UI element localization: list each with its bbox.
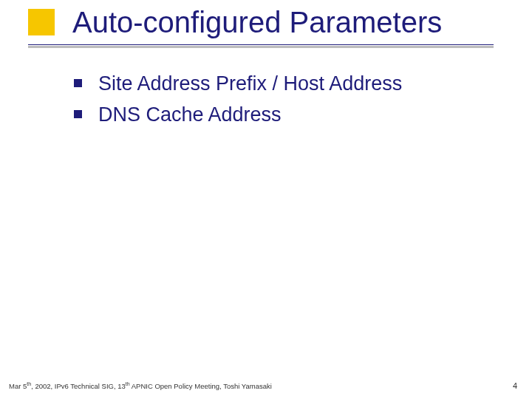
footer-mid: , 2002, IPv6 Technical SIG, 13	[31, 382, 126, 390]
list-item: DNS Cache Address	[74, 101, 488, 128]
square-bullet-icon	[74, 110, 82, 118]
bullet-text: DNS Cache Address	[98, 101, 282, 128]
bullet-list: Site Address Prefix / Host Address DNS C…	[74, 70, 488, 133]
slide-number: 4	[513, 381, 517, 390]
bullet-text: Site Address Prefix / Host Address	[98, 70, 402, 97]
footer-text: Mar 5th, 2002, IPv6 Technical SIG, 13th …	[9, 382, 272, 390]
accent-square	[28, 9, 55, 35]
footer-post: APNIC Open Policy Meeting, Toshi Yamasak…	[130, 382, 272, 390]
slide-title: Auto-configured Parameters	[72, 6, 442, 39]
title-wrap: Auto-configured Parameters	[72, 6, 442, 39]
footer-pre: Mar 5	[9, 382, 27, 390]
list-item: Site Address Prefix / Host Address	[74, 70, 488, 97]
title-baseline-rule	[28, 44, 494, 45]
slide: Auto-configured Parameters Site Address …	[0, 0, 532, 399]
square-bullet-icon	[74, 79, 82, 87]
title-underline-shadow	[28, 46, 494, 48]
